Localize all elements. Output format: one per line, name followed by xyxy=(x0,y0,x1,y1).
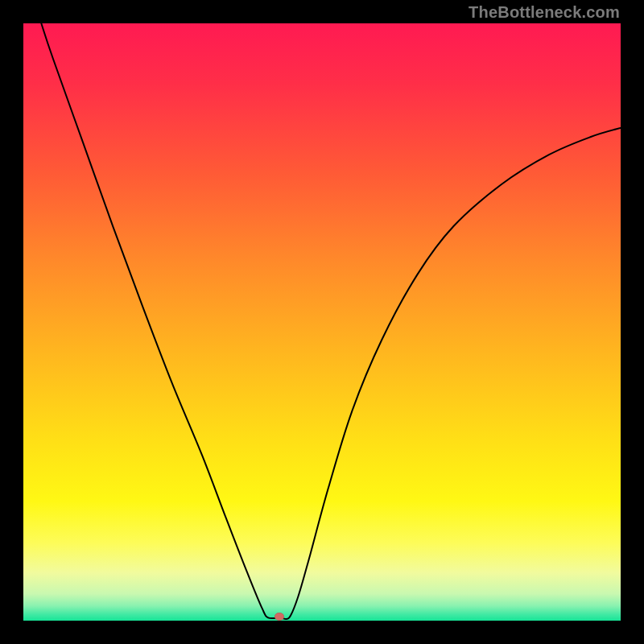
optimal-point-marker xyxy=(275,613,284,621)
bottleneck-curve xyxy=(23,23,621,621)
plot-area xyxy=(23,23,621,621)
watermark-text: TheBottleneck.com xyxy=(469,3,620,22)
chart-frame: TheBottleneck.com xyxy=(0,0,644,644)
